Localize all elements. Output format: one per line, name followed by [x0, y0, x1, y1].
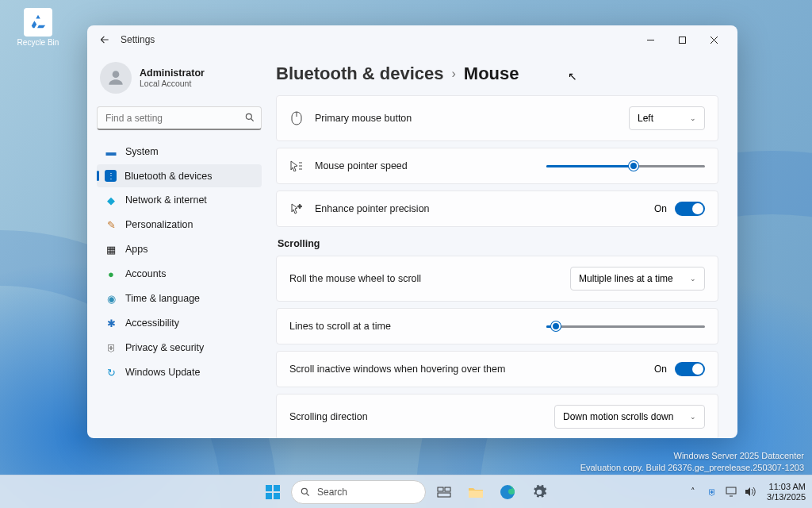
- globe-icon: ◉: [105, 292, 117, 305]
- setting-scroll-direction: Scrolling direction Down motion scrolls …: [277, 394, 718, 438]
- sidebar-item-bluetooth[interactable]: ⋮Bluetooth & devices: [97, 164, 262, 187]
- user-account-type: Local Account: [140, 79, 205, 88]
- breadcrumb-parent[interactable]: Bluetooth & devices: [276, 64, 443, 84]
- tray-network-icon[interactable]: [724, 485, 738, 499]
- update-icon: ↻: [105, 366, 117, 379]
- setting-label: Mouse pointer speed: [315, 160, 535, 171]
- maximize-button[interactable]: [666, 29, 698, 51]
- brush-icon: ✎: [105, 218, 117, 231]
- setting-label: Roll the mouse wheel to scroll: [289, 273, 559, 284]
- sidebar-item-accounts[interactable]: ●Accounts: [97, 262, 262, 286]
- tray-volume-icon[interactable]: [743, 485, 757, 499]
- desktop-icon-label: Recycle Bin: [17, 38, 59, 47]
- svg-rect-7: [266, 493, 272, 499]
- taskbar-search[interactable]: Search: [291, 480, 426, 504]
- wifi-icon: ◆: [105, 194, 117, 206]
- tray-chevron-icon[interactable]: ˄: [686, 485, 700, 499]
- scroll-direction-dropdown[interactable]: Down motion scrolls down⌄: [554, 405, 705, 429]
- setting-wheel-scroll: Roll the mouse wheel to scroll Multiple …: [277, 256, 718, 301]
- sidebar-item-label: Apps: [125, 244, 148, 255]
- cursor-sparkle-icon: [289, 203, 304, 214]
- window-title: Settings: [121, 34, 155, 45]
- sidebar-item-network[interactable]: ◆Network & internet: [97, 188, 262, 212]
- taskbar-settings[interactable]: [526, 479, 553, 506]
- section-header-scrolling: Scrolling: [278, 238, 718, 249]
- taskbar-task-view[interactable]: [431, 479, 458, 506]
- sidebar-item-time[interactable]: ◉Time & language: [97, 287, 262, 310]
- shield-icon: ⛨: [105, 341, 117, 354]
- search-icon: [244, 112, 255, 126]
- sidebar-item-privacy[interactable]: ⛨Privacy & security: [97, 336, 262, 360]
- wheel-scroll-dropdown[interactable]: Multiple lines at a time⌄: [570, 267, 705, 291]
- accessibility-icon: ✱: [105, 317, 117, 329]
- back-button[interactable]: [95, 30, 114, 49]
- pointer-speed-slider[interactable]: [546, 159, 705, 173]
- sidebar-item-apps[interactable]: ▦Apps: [97, 237, 262, 261]
- bluetooth-icon: ⋮: [105, 170, 117, 182]
- apps-icon: ▦: [105, 243, 117, 256]
- setting-inactive-scroll: Scroll inactive windows when hovering ov…: [277, 352, 718, 387]
- search-icon: [300, 487, 311, 498]
- close-button[interactable]: [698, 29, 730, 51]
- minimize-button[interactable]: [634, 29, 666, 51]
- cursor-speed-icon: [289, 160, 304, 171]
- desktop-icon-recycle-bin[interactable]: Recycle Bin: [14, 8, 62, 47]
- chevron-down-icon: ⌄: [690, 275, 696, 283]
- sidebar-item-label: Network & internet: [125, 194, 207, 206]
- search-input[interactable]: [97, 106, 262, 130]
- lines-scroll-slider[interactable]: [546, 319, 705, 333]
- setting-label: Primary mouse button: [315, 113, 618, 124]
- inactive-scroll-toggle[interactable]: [675, 362, 705, 376]
- svg-point-9: [301, 488, 307, 494]
- system-tray: ˄ ⛨ 11:03 AM 3/13/2025: [686, 482, 806, 502]
- main-content: Bluetooth & devices › Mouse Primary mous…: [270, 54, 737, 438]
- taskbar-edge[interactable]: [494, 479, 521, 506]
- sidebar-nav: ▬System ⋮Bluetooth & devices ◆Network & …: [97, 140, 262, 384]
- setting-primary-mouse-button: Primary mouse button Left⌄: [277, 96, 718, 140]
- setting-pointer-speed: Mouse pointer speed: [277, 148, 718, 183]
- breadcrumb-current: Mouse: [464, 64, 519, 84]
- sidebar-item-update[interactable]: ↻Windows Update: [97, 360, 262, 384]
- setting-label: Scrolling direction: [289, 411, 543, 422]
- user-name: Administrator: [140, 67, 205, 79]
- sidebar-item-label: Windows Update: [125, 367, 201, 378]
- svg-point-2: [246, 114, 251, 119]
- setting-label: Scroll inactive windows when hovering ov…: [289, 364, 643, 375]
- setting-label: Enhance pointer precision: [315, 203, 643, 214]
- svg-rect-15: [726, 487, 736, 494]
- monitor-icon: ▬: [105, 145, 117, 158]
- breadcrumb: Bluetooth & devices › Mouse: [276, 64, 718, 84]
- chevron-right-icon: ›: [451, 67, 455, 81]
- sidebar-item-system[interactable]: ▬System: [97, 140, 262, 164]
- watermark: Windows Server 2025 Datacenter Evaluatio…: [580, 450, 804, 473]
- recycle-bin-icon: [24, 8, 52, 37]
- primary-button-dropdown[interactable]: Left⌄: [629, 106, 705, 130]
- taskbar-explorer[interactable]: [462, 479, 489, 506]
- setting-label: Lines to scroll at a time: [289, 321, 535, 332]
- enhance-precision-toggle[interactable]: [675, 202, 705, 216]
- sidebar: Administrator Local Account ▬System ⋮Blu…: [87, 54, 270, 438]
- svg-rect-8: [274, 493, 280, 499]
- person-icon: ●: [105, 267, 117, 280]
- chevron-down-icon: ⌄: [690, 114, 696, 122]
- toggle-state: On: [654, 203, 667, 214]
- avatar: [100, 62, 132, 94]
- chevron-down-icon: ⌄: [690, 413, 696, 421]
- sidebar-item-label: Accounts: [125, 268, 166, 279]
- svg-rect-13: [469, 491, 483, 498]
- sidebar-item-label: Time & language: [125, 293, 200, 304]
- titlebar: Settings: [87, 25, 737, 54]
- mouse-icon: [289, 111, 304, 125]
- sidebar-item-label: System: [125, 146, 159, 157]
- sidebar-item-label: Accessibility: [125, 318, 179, 329]
- sidebar-item-label: Privacy & security: [125, 342, 204, 353]
- sidebar-item-label: Bluetooth & devices: [124, 171, 213, 182]
- user-profile[interactable]: Administrator Local Account: [97, 59, 262, 102]
- sidebar-item-personalization[interactable]: ✎Personalization: [97, 213, 262, 237]
- svg-rect-12: [438, 493, 450, 497]
- tray-clock[interactable]: 11:03 AM 3/13/2025: [767, 482, 806, 502]
- sidebar-item-accessibility[interactable]: ✱Accessibility: [97, 311, 262, 335]
- start-button[interactable]: [259, 479, 286, 506]
- tray-security-icon[interactable]: ⛨: [705, 485, 719, 499]
- taskbar: Search ˄ ⛨ 11:03 AM 3/13/2025: [0, 475, 812, 508]
